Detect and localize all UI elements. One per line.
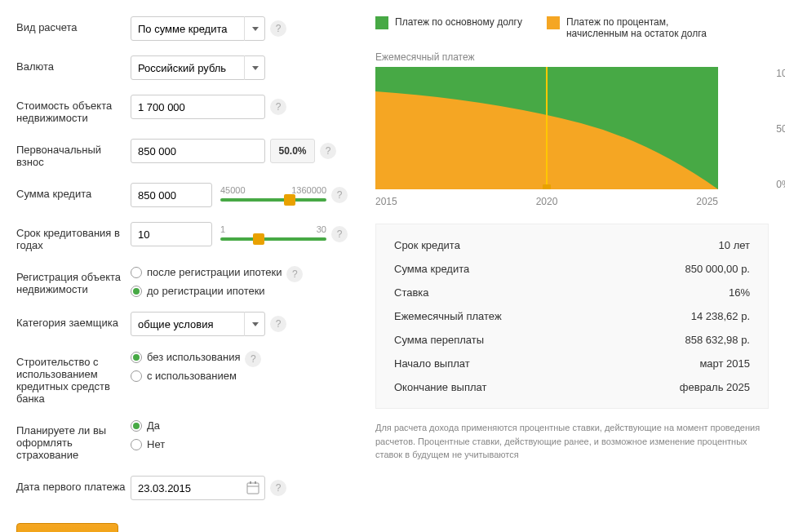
registration-after-radio[interactable]: после регистрации ипотеки [131,266,282,278]
calendar-icon[interactable] [246,481,260,495]
svg-rect-0 [247,483,259,494]
radio-icon [131,370,142,382]
first-payment-date-label: Дата первого платежа [16,476,131,493]
currency-select[interactable] [131,55,265,80]
borrower-cat-label: Категория заемщика [16,312,131,329]
chart-title: Ежемесячный платеж [375,51,769,63]
help-icon[interactable]: ? [270,20,286,37]
help-icon[interactable]: ? [270,316,286,332]
slider-handle[interactable] [253,233,264,245]
slider-handle[interactable] [284,194,295,206]
down-payment-label: Первоначальный взнос [16,139,131,168]
svg-rect-2 [250,481,251,484]
footnote: Для расчета дохода применяются процентны… [375,421,769,462]
down-payment-row: Первоначальный взнос 50.0% ? [16,139,351,168]
insurance-row: Планируете ли вы оформлять страхование Д… [16,419,351,461]
construction-label: Строительство с использованием кредитных… [16,351,131,405]
recalculate-button[interactable]: Пересчитать [16,523,118,532]
term-slider[interactable]: 1 30 [220,228,326,241]
radio-icon [131,420,142,432]
calc-type-label: Вид расчета [16,16,131,33]
svg-rect-3 [255,481,256,484]
legend-swatch-orange [547,16,560,29]
property-cost-input[interactable] [131,95,265,119]
help-icon[interactable]: ? [270,480,286,496]
term-label: Срок кредитования в годах [16,222,131,251]
legend-swatch-green [375,16,388,29]
result-rate: Ставка 16% [394,286,750,299]
credit-sum-slider[interactable]: 45000 1360000 [220,188,326,202]
currency-row: Валюта [16,55,351,80]
radio-icon [131,267,142,278]
radio-icon [131,286,142,297]
result-term: Срок кредита 10 лет [394,239,750,251]
radio-icon [131,439,142,450]
registration-before-radio[interactable]: до регистрации ипотеки [131,285,282,297]
results-panel: Платеж по основному долгу Платеж по проц… [375,16,769,532]
chart-x-axis: 2015 2020 2025 [375,196,718,207]
registration-row: Регистрация объекта недвижимости после р… [16,266,351,297]
borrower-cat-select[interactable] [131,312,265,336]
results-box: Срок кредита 10 лет Сумма кредита 850 00… [375,224,769,409]
calc-type-row: Вид расчета ? [16,16,351,41]
construction-without-radio[interactable]: без использования [131,351,240,363]
borrower-cat-row: Категория заемщика ? [16,312,351,336]
result-monthly: Ежемесячный платеж 14 238,62 р. [394,310,750,322]
legend-principal: Платеж по основному долгу [375,16,522,39]
chevron-down-icon[interactable] [244,312,265,336]
result-sum: Сумма кредита 850 000,00 р. [394,263,750,275]
result-start: Начало выплат март 2015 [394,357,750,370]
help-icon[interactable]: ? [331,226,348,242]
chart: Ежемесячный платеж 2015 2020 2025 100% 5… [375,51,769,207]
chart-legend: Платеж по основному долгу Платеж по проц… [375,16,769,39]
legend-interest: Платеж по процентам, начисленным на оста… [547,16,730,39]
help-icon[interactable]: ? [245,351,261,367]
chevron-down-icon[interactable] [244,16,265,41]
credit-sum-input[interactable] [131,183,212,207]
help-icon[interactable]: ? [286,266,303,282]
term-input[interactable] [131,222,212,246]
insurance-label: Планируете ли вы оформлять страхование [16,419,131,461]
help-icon[interactable]: ? [320,143,336,159]
help-icon[interactable]: ? [331,187,348,203]
radio-icon [131,352,142,363]
chevron-down-icon[interactable] [244,55,265,80]
result-end: Окончание выплат февраль 2025 [394,381,750,393]
down-payment-percent: 50.0% [270,139,315,163]
currency-label: Валюта [16,55,131,73]
insurance-yes-radio[interactable]: Да [131,419,165,432]
property-cost-label: Стоимость объекта недвижимости [16,95,131,124]
form-panel: Вид расчета ? Валюта Стоимость объекта н… [16,16,351,532]
calc-type-select[interactable] [131,16,265,41]
property-cost-row: Стоимость объекта недвижимости ? [16,95,351,124]
registration-label: Регистрация объекта недвижимости [16,266,131,295]
construction-with-radio[interactable]: с использованием [131,370,240,382]
construction-row: Строительство с использованием кредитных… [16,351,351,405]
credit-sum-row: Сумма кредита 45000 1360000 ? [16,183,351,207]
down-payment-input[interactable] [131,139,265,163]
term-row: Срок кредитования в годах 1 30 ? [16,222,351,251]
credit-sum-label: Сумма кредита [16,183,131,200]
chart-svg [375,67,718,189]
svg-rect-6 [543,184,551,189]
first-payment-date-row: Дата первого платежа ? [16,476,351,500]
chart-y-axis: 100% 50% 0% [776,68,785,190]
help-icon[interactable]: ? [270,99,286,115]
result-overpay: Сумма переплаты 858 632,98 р. [394,334,750,346]
insurance-no-radio[interactable]: Нет [131,438,165,450]
